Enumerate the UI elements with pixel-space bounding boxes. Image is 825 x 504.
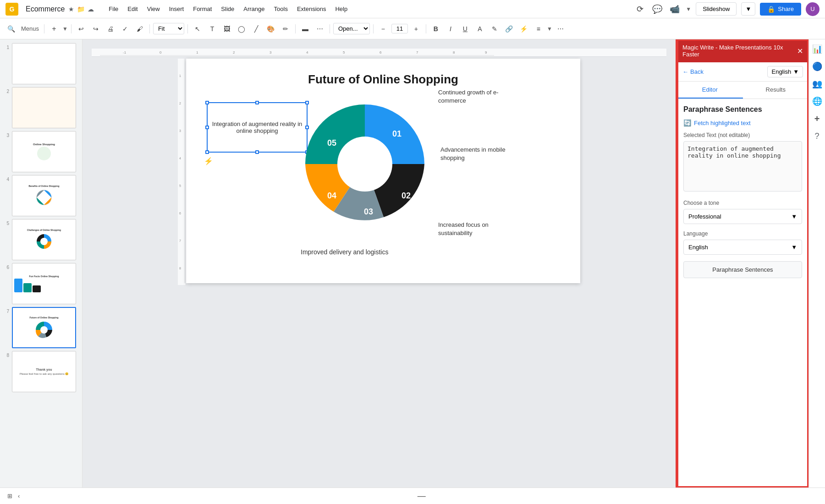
search-button[interactable]: 🔍 — [5, 22, 17, 35]
bold-button[interactable]: B — [429, 22, 442, 35]
paint-format-button[interactable]: 🖌 — [133, 22, 146, 35]
text-color-button[interactable]: A — [473, 22, 486, 35]
align-button[interactable]: ≡ — [532, 22, 545, 35]
back-label: Back — [690, 68, 704, 75]
menu-file[interactable]: File — [105, 4, 122, 14]
cursor-tool[interactable]: ↖ — [191, 22, 204, 35]
pen-tool[interactable]: ✏ — [279, 22, 292, 35]
slide-thumb-8[interactable]: Thank you Please feel free to ask any qu… — [12, 351, 76, 392]
handle-middle-left[interactable] — [205, 126, 209, 129]
slide-item-2[interactable]: 2 — [3, 87, 79, 128]
text-tool[interactable]: T — [206, 22, 219, 35]
slide-thumb-4[interactable]: Benefits of Online Shopping — [12, 175, 76, 216]
alt-text-button[interactable]: ⚡ — [517, 22, 530, 35]
top-right: ⟳ 💬 📹 ▼ Slideshow ▼ 🔒 Share U — [633, 2, 820, 16]
slide-thumb-1[interactable] — [12, 43, 76, 84]
add-slide-button[interactable]: + — [48, 22, 60, 35]
slide-number-3: 3 — [3, 131, 9, 138]
tab-results[interactable]: Results — [743, 82, 809, 99]
comments-button[interactable]: 💬 — [651, 3, 664, 16]
shapes-tool[interactable]: ◯ — [235, 22, 248, 35]
menu-extensions[interactable]: Extensions — [293, 4, 330, 14]
highlight-button[interactable]: ✎ — [488, 22, 501, 35]
slide-thumb-inner-1 — [12, 44, 76, 84]
back-button[interactable]: ← Back — [682, 68, 704, 75]
far-icon-4[interactable]: 🌐 — [812, 96, 822, 106]
slide-item-4[interactable]: 4 Benefits of Online Shopping — [3, 175, 79, 216]
language-dropdown[interactable]: English ▼ — [683, 240, 802, 255]
divider-6 — [330, 24, 330, 33]
italic-button[interactable]: I — [444, 22, 457, 35]
menu-tools[interactable]: Tools — [270, 4, 292, 14]
selected-text-input[interactable]: Integration of augmented reality in onli… — [683, 141, 802, 192]
align-dropdown[interactable]: ▼ — [547, 26, 552, 32]
language-nav-select[interactable]: English ▼ — [767, 66, 803, 77]
far-icon-2[interactable]: 🔵 — [812, 61, 822, 71]
font-size-increase[interactable]: + — [410, 22, 423, 35]
plus-icon[interactable]: + — [814, 114, 820, 124]
grid-view-button[interactable]: ⊞ — [7, 493, 12, 499]
border-dash-tool[interactable]: ⋯ — [314, 22, 326, 35]
slide-item-8[interactable]: 8 Thank you Please feel free to ask any … — [3, 351, 79, 392]
redo-button[interactable]: ↪ — [89, 22, 102, 35]
handle-top-middle[interactable] — [255, 101, 259, 104]
font-size-decrease[interactable]: − — [377, 22, 390, 35]
slide-thumb-5[interactable]: Challenges of Online Shopping — [12, 219, 76, 260]
far-icon-3[interactable]: 👥 — [812, 79, 822, 89]
menu-slide[interactable]: Slide — [217, 4, 238, 14]
spellcheck-button[interactable]: ✓ — [119, 22, 132, 35]
far-icon-1[interactable]: 📊 — [812, 44, 822, 54]
folder-icon[interactable]: 📁 — [77, 5, 85, 13]
slide-item-6[interactable]: 6 Fun Facts Online Shopping — [3, 263, 79, 304]
tab-editor[interactable]: Editor — [677, 82, 743, 99]
font-size-input[interactable] — [391, 24, 408, 33]
slide-thumb-3[interactable]: Online Shopping — [12, 131, 76, 172]
underline-button[interactable]: U — [459, 22, 472, 35]
slide-item-5[interactable]: 5 Challenges of Online Shopping — [3, 219, 79, 260]
handle-bottom-middle[interactable] — [255, 150, 259, 154]
zoom-select[interactable]: Fit 50% 75% 100% — [153, 23, 184, 34]
paraphrase-button[interactable]: Paraphrase Sentences — [683, 261, 802, 278]
handle-bottom-left[interactable] — [205, 150, 209, 154]
more-button[interactable]: ⋯ — [554, 22, 567, 35]
slide-thumb-6[interactable]: Fun Facts Online Shopping — [12, 263, 76, 304]
font-select[interactable]: Open... — [333, 23, 370, 34]
slideshow-dropdown-button[interactable]: ▼ — [741, 2, 755, 16]
cloud-icon[interactable]: ☁ — [88, 5, 94, 13]
far-icon-5[interactable]: ? — [814, 131, 819, 141]
history-button[interactable]: ⟳ — [633, 3, 646, 16]
svg-text:4: 4 — [179, 157, 181, 160]
menu-arrange[interactable]: Arrange — [240, 4, 268, 14]
fill-color-tool[interactable]: 🎨 — [264, 22, 277, 35]
line-tool[interactable]: ╱ — [250, 22, 263, 35]
menu-help[interactable]: Help — [331, 4, 351, 14]
image-tool[interactable]: 🖼 — [220, 22, 233, 35]
slide-item-3[interactable]: 3 Online Shopping — [3, 131, 79, 172]
share-button[interactable]: 🔒 Share — [760, 3, 801, 16]
slide-item-1[interactable]: 1 — [3, 43, 79, 84]
text-box-selected[interactable]: Integration of augmented reality in onli… — [207, 102, 308, 153]
fetch-highlighted-button[interactable]: 🔄 Fetch highlighted text — [683, 119, 802, 126]
tone-dropdown[interactable]: Professional ▼ — [683, 209, 802, 224]
undo-button[interactable]: ↩ — [75, 22, 88, 35]
menu-format[interactable]: Format — [189, 4, 215, 14]
print-button[interactable]: 🖨 — [104, 22, 117, 35]
slide-thumb-7[interactable]: Future of Online Shopping — [12, 307, 76, 348]
video-button[interactable]: 📹 — [668, 3, 681, 16]
menu-insert[interactable]: Insert — [165, 4, 188, 14]
segment-01-label: 01 — [392, 129, 402, 138]
language-selected-value: English — [688, 244, 708, 251]
star-icon[interactable]: ★ — [68, 5, 74, 13]
menu-edit[interactable]: Edit — [124, 4, 141, 14]
menu-view[interactable]: View — [143, 4, 164, 14]
slide-item-7[interactable]: 7 Future of Online Shopping — [3, 307, 79, 348]
close-button[interactable]: ✕ — [797, 47, 803, 55]
panel-nav: ← Back English ▼ — [677, 62, 808, 82]
link-button[interactable]: 🔗 — [503, 22, 516, 35]
slide-thumb-2[interactable] — [12, 87, 76, 128]
slideshow-button[interactable]: Slideshow — [696, 2, 737, 16]
toggle-slides-button[interactable]: ‹ — [18, 493, 20, 499]
add-slide-dropdown[interactable]: ▼ — [62, 26, 68, 32]
border-style-tool[interactable]: ▬ — [299, 22, 312, 35]
handle-top-left[interactable] — [205, 101, 209, 104]
